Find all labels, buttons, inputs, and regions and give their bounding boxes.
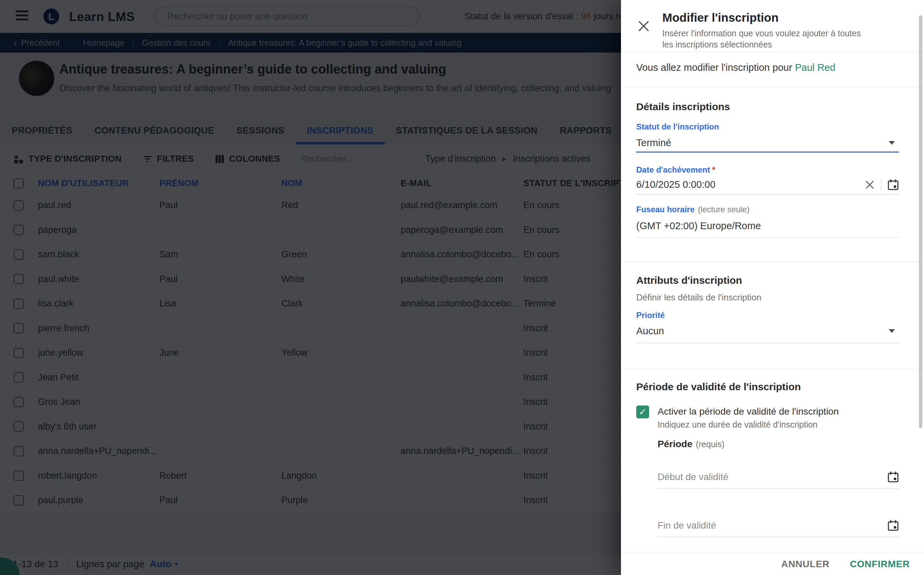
priority-caret-icon[interactable]	[889, 329, 895, 333]
completion-date-value[interactable]: 6/10/2025 0:00:00	[636, 179, 716, 190]
status-select-value[interactable]: Terminé	[636, 137, 671, 148]
period-required-note: (requis)	[696, 439, 725, 449]
priority-label: Priorité	[636, 311, 665, 320]
attributes-section-subheading: Définir les détails de l'inscription	[636, 292, 761, 303]
validity-start-underline	[658, 488, 899, 489]
check-icon: ✓	[639, 407, 647, 417]
validity-start-input[interactable]	[658, 472, 888, 483]
validity-end-field[interactable]	[658, 518, 899, 533]
priority-select-value[interactable]: Aucun	[636, 326, 664, 337]
calendar-icon[interactable]	[888, 520, 899, 531]
modal-intro: Vous allez modifier l'inscription pour P…	[636, 62, 835, 73]
cancel-button[interactable]: ANNULER	[781, 559, 829, 570]
validity-section-heading: Période de validité de l'inscription	[636, 381, 801, 392]
period-label: Période(requis)	[658, 439, 724, 450]
details-section-heading: Détails inscriptions	[636, 101, 730, 113]
status-caret-icon[interactable]	[889, 141, 895, 145]
timezone-label: Fuseau horaire(lecture seule)	[636, 205, 750, 214]
calendar-icon[interactable]	[888, 179, 899, 191]
required-asterisk: *	[712, 165, 715, 174]
timezone-underline	[636, 237, 899, 238]
timezone-value: (GMT +02:00) Europe/Rome	[636, 220, 761, 232]
attributes-section-heading: Attributs d'inscription	[636, 275, 742, 286]
section-divider	[621, 369, 924, 369]
validity-start-field[interactable]	[658, 470, 899, 484]
timezone-readonly-note: (lecture seule)	[698, 205, 750, 214]
intro-prefix: Vous allez modifier l'inscription pour	[636, 62, 795, 73]
modal-divider	[621, 87, 924, 87]
completion-date-label-text: Date d'achèvement	[636, 165, 710, 174]
priority-underline	[636, 343, 899, 343]
modal-subtitle: Insérer l'information que vous voulez aj…	[662, 28, 866, 50]
icon-divider	[881, 179, 881, 190]
period-label-text: Période	[658, 439, 693, 449]
validity-checkbox-label[interactable]: Activer la période de validité de l'insc…	[658, 406, 839, 417]
intro-user-name: Paul Red	[795, 62, 835, 73]
status-focus-underline	[636, 152, 899, 152]
completion-date-actions	[865, 179, 899, 191]
timezone-label-text: Fuseau horaire	[636, 205, 694, 214]
close-icon[interactable]	[637, 20, 650, 33]
edit-enrollment-modal: Modifier l'inscription Insérer l'informa…	[621, 0, 924, 575]
validity-end-input[interactable]	[658, 520, 888, 531]
clear-date-icon[interactable]	[865, 179, 875, 190]
validity-checkbox[interactable]: ✓	[636, 405, 649, 418]
status-field-label: Statut de l'inscription	[636, 122, 719, 132]
calendar-icon[interactable]	[888, 471, 899, 483]
section-divider	[621, 262, 924, 262]
completion-date-underline	[636, 194, 899, 195]
validity-end-underline	[658, 537, 899, 537]
completion-date-label: Date d'achèvement*	[636, 165, 715, 175]
modal-title: Modifier l'inscription	[662, 11, 778, 24]
modal-scrollbar[interactable]	[919, 15, 922, 428]
modal-footer: ANNULER CONFIRMER	[621, 553, 924, 575]
validity-checkbox-subtext: Indiquez une durée de validité d'inscrip…	[658, 420, 818, 430]
confirm-button[interactable]: CONFIRMER	[850, 559, 910, 570]
